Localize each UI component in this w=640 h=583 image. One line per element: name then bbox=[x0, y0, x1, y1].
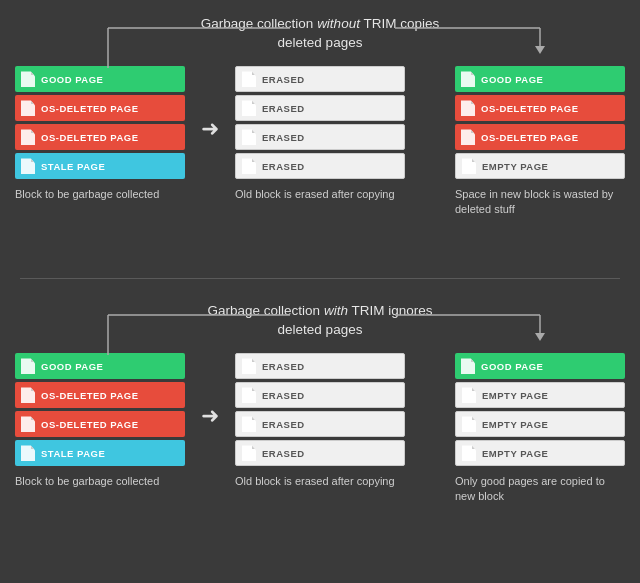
page-label: GOOD PAGE bbox=[481, 361, 543, 372]
page-label: STALE PAGE bbox=[41, 448, 105, 459]
page-label: OS-DELETED PAGE bbox=[481, 103, 579, 114]
page-icon bbox=[242, 100, 256, 116]
bot-b3-page1: GOOD PAGE bbox=[455, 353, 625, 379]
bottom-block3-list: GOOD PAGE EMPTY PAGE EMPTY PAGE EMPTY PA… bbox=[455, 353, 625, 466]
page-label: ERASED bbox=[262, 74, 305, 85]
top-b1-page1: GOOD PAGE bbox=[15, 66, 185, 92]
page-icon bbox=[242, 158, 256, 174]
bottom-flow-row: GOOD PAGE OS-DELETED PAGE OS-DELETED PAG… bbox=[20, 353, 620, 503]
page-label: ERASED bbox=[262, 103, 305, 114]
page-icon bbox=[242, 387, 256, 403]
top-b2-page3: ERASED bbox=[235, 124, 405, 150]
arrow-icon: ➜ bbox=[201, 116, 219, 142]
bot-b1-page4: STALE PAGE bbox=[15, 440, 185, 466]
bot-b2-page1: ERASED bbox=[235, 353, 405, 379]
bot-b3-page3: EMPTY PAGE bbox=[455, 411, 625, 437]
page-label: EMPTY PAGE bbox=[482, 448, 548, 459]
page-label: ERASED bbox=[262, 390, 305, 401]
page-icon bbox=[242, 358, 256, 374]
top-block1: GOOD PAGE OS-DELETED PAGE OS-DELETED PAG… bbox=[15, 66, 185, 201]
top-title: Garbage collection without TRIM copiesde… bbox=[20, 14, 620, 52]
page-icon bbox=[242, 129, 256, 145]
top-block1-caption: Block to be garbage collected bbox=[15, 187, 185, 201]
top-block2: ERASED ERASED ERASED ERASED Old bbox=[235, 66, 405, 201]
top-b1-page3: OS-DELETED PAGE bbox=[15, 124, 185, 150]
page-icon bbox=[461, 129, 475, 145]
top-block1-list: GOOD PAGE OS-DELETED PAGE OS-DELETED PAG… bbox=[15, 66, 185, 179]
bot-b2-page4: ERASED bbox=[235, 440, 405, 466]
page-icon bbox=[462, 387, 476, 403]
bottom-block3: GOOD PAGE EMPTY PAGE EMPTY PAGE EMPTY PA… bbox=[455, 353, 625, 503]
top-arrow1: ➜ bbox=[185, 66, 235, 142]
page-icon bbox=[21, 129, 35, 145]
bot-b1-page3: OS-DELETED PAGE bbox=[15, 411, 185, 437]
page-icon bbox=[21, 71, 35, 87]
bot-b1-page1: GOOD PAGE bbox=[15, 353, 185, 379]
top-b2-page4: ERASED bbox=[235, 153, 405, 179]
top-b3-page4: EMPTY PAGE bbox=[455, 153, 625, 179]
page-label: OS-DELETED PAGE bbox=[41, 419, 139, 430]
top-b3-page3: OS-DELETED PAGE bbox=[455, 124, 625, 150]
page-icon bbox=[21, 387, 35, 403]
top-block2-list: ERASED ERASED ERASED ERASED bbox=[235, 66, 405, 179]
top-section: Garbage collection without TRIM copiesde… bbox=[0, 0, 640, 270]
top-flow-row: GOOD PAGE OS-DELETED PAGE OS-DELETED PAG… bbox=[20, 66, 620, 216]
bottom-block1: GOOD PAGE OS-DELETED PAGE OS-DELETED PAG… bbox=[15, 353, 185, 488]
top-b3-page2: OS-DELETED PAGE bbox=[455, 95, 625, 121]
page-label: EMPTY PAGE bbox=[482, 419, 548, 430]
page-icon bbox=[461, 358, 475, 374]
bottom-block2-caption: Old block is erased after copying bbox=[235, 474, 405, 488]
page-icon bbox=[21, 358, 35, 374]
page-label: OS-DELETED PAGE bbox=[41, 390, 139, 401]
section-divider bbox=[20, 278, 620, 279]
page-icon bbox=[461, 71, 475, 87]
bottom-section: Garbage collection with TRIM ignoresdele… bbox=[0, 287, 640, 557]
bot-b3-page4: EMPTY PAGE bbox=[455, 440, 625, 466]
bottom-arrow1: ➜ bbox=[185, 353, 235, 429]
page-label: STALE PAGE bbox=[41, 161, 105, 172]
arrow-icon: ➜ bbox=[201, 403, 219, 429]
bottom-block1-caption: Block to be garbage collected bbox=[15, 474, 185, 488]
page-icon bbox=[21, 416, 35, 432]
page-icon bbox=[461, 100, 475, 116]
page-label: ERASED bbox=[262, 361, 305, 372]
page-label: OS-DELETED PAGE bbox=[41, 103, 139, 114]
page-icon bbox=[242, 71, 256, 87]
bottom-block2-list: ERASED ERASED ERASED ERASED bbox=[235, 353, 405, 466]
page-label: EMPTY PAGE bbox=[482, 161, 548, 172]
top-b2-page1: ERASED bbox=[235, 66, 405, 92]
page-label: ERASED bbox=[262, 161, 305, 172]
bot-b2-page3: ERASED bbox=[235, 411, 405, 437]
bot-b1-page2: OS-DELETED PAGE bbox=[15, 382, 185, 408]
bot-b3-page2: EMPTY PAGE bbox=[455, 382, 625, 408]
top-block3-list: GOOD PAGE OS-DELETED PAGE OS-DELETED PAG… bbox=[455, 66, 625, 179]
top-b2-page2: ERASED bbox=[235, 95, 405, 121]
page-label: ERASED bbox=[262, 132, 305, 143]
top-b1-page4: STALE PAGE bbox=[15, 153, 185, 179]
page-label: GOOD PAGE bbox=[481, 74, 543, 85]
top-block2-caption: Old block is erased after copying bbox=[235, 187, 405, 201]
page-label: GOOD PAGE bbox=[41, 74, 103, 85]
page-icon bbox=[242, 445, 256, 461]
top-block3: GOOD PAGE OS-DELETED PAGE OS-DELETED PAG… bbox=[455, 66, 625, 216]
page-label: OS-DELETED PAGE bbox=[41, 132, 139, 143]
top-b3-page1: GOOD PAGE bbox=[455, 66, 625, 92]
page-label: ERASED bbox=[262, 419, 305, 430]
page-icon bbox=[21, 445, 35, 461]
page-icon bbox=[242, 416, 256, 432]
page-label: EMPTY PAGE bbox=[482, 390, 548, 401]
top-block3-caption: Space in new block is wasted by deleted … bbox=[455, 187, 625, 216]
bottom-block2: ERASED ERASED ERASED ERASED Old bbox=[235, 353, 405, 488]
page-icon bbox=[462, 416, 476, 432]
page-icon bbox=[21, 158, 35, 174]
bottom-title: Garbage collection with TRIM ignoresdele… bbox=[20, 301, 620, 339]
page-label: ERASED bbox=[262, 448, 305, 459]
bot-b2-page2: ERASED bbox=[235, 382, 405, 408]
page-icon bbox=[462, 445, 476, 461]
page-label: OS-DELETED PAGE bbox=[481, 132, 579, 143]
page-icon bbox=[462, 158, 476, 174]
page-label: GOOD PAGE bbox=[41, 361, 103, 372]
page-icon bbox=[21, 100, 35, 116]
bottom-block1-list: GOOD PAGE OS-DELETED PAGE OS-DELETED PAG… bbox=[15, 353, 185, 466]
bottom-block3-caption: Only good pages are copied to new block bbox=[455, 474, 625, 503]
